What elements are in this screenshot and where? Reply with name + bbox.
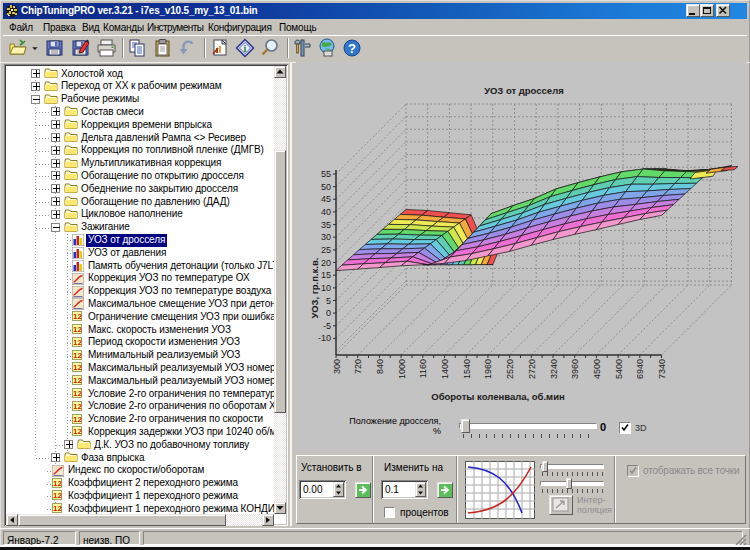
svg-text:УОЗ от дросселя: УОЗ от дросселя: [484, 85, 563, 96]
svg-text:7340: 7340: [657, 359, 667, 379]
svg-text:i: i: [244, 43, 247, 54]
svg-text:1160: 1160: [418, 359, 428, 378]
svg-text:45: 45: [321, 194, 331, 204]
svg-text:1400: 1400: [440, 359, 450, 379]
svg-text:0: 0: [326, 308, 331, 318]
svg-text:25: 25: [321, 245, 331, 255]
svg-text:1960: 1960: [483, 359, 493, 379]
svg-text:-5: -5: [323, 321, 331, 331]
svg-text:10: 10: [321, 283, 331, 293]
svg-text:40: 40: [321, 207, 331, 217]
svg-text:15: 15: [321, 270, 331, 280]
svg-text:-10: -10: [318, 333, 331, 343]
svg-text:840: 840: [375, 359, 385, 374]
svg-text:?: ?: [348, 41, 356, 56]
svg-text:1540: 1540: [462, 359, 472, 379]
svg-text:55: 55: [321, 169, 331, 179]
svg-text:35: 35: [321, 220, 331, 230]
svg-text:УОЗ, гр.п.к.в.: УОЗ, гр.п.к.в.: [309, 258, 320, 319]
svg-text:3240: 3240: [549, 359, 559, 379]
svg-text:300: 300: [332, 359, 342, 374]
svg-text:2720: 2720: [527, 359, 537, 379]
svg-text:4500: 4500: [592, 359, 602, 379]
svg-text:1000: 1000: [397, 359, 407, 379]
svg-text:20: 20: [321, 258, 331, 268]
svg-text:2520: 2520: [505, 359, 515, 379]
svg-text:6940: 6940: [635, 359, 645, 379]
svg-text:720: 720: [353, 359, 363, 374]
svg-text:5400: 5400: [614, 359, 624, 379]
svg-text:Обороты коленвала, об.мин: Обороты коленвала, об.мин: [431, 391, 565, 402]
svg-text:50: 50: [321, 182, 331, 192]
svg-text:5: 5: [326, 296, 331, 306]
svg-text:30: 30: [321, 232, 331, 242]
svg-text:3960: 3960: [570, 359, 580, 379]
